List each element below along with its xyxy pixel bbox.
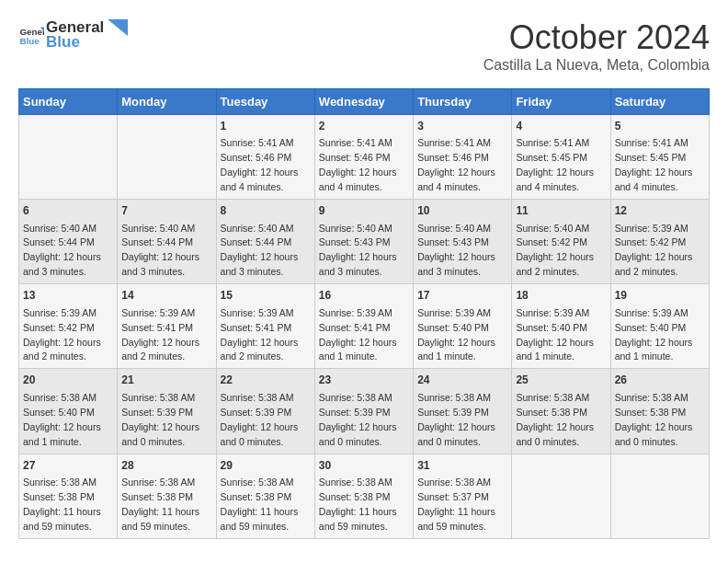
calendar-day-cell: 5Sunrise: 5:41 AM Sunset: 5:45 PM Daylig… [610,115,709,200]
day-number: 20 [23,373,113,388]
day-number: 4 [516,119,606,134]
weekday-header-cell: Thursday [414,89,512,115]
day-info: Sunrise: 5:38 AM Sunset: 5:38 PM Dayligh… [23,477,101,532]
day-number: 26 [615,373,705,388]
day-info: Sunrise: 5:39 AM Sunset: 5:40 PM Dayligh… [615,307,693,362]
calendar-day-cell [118,115,216,200]
day-info: Sunrise: 5:41 AM Sunset: 5:45 PM Dayligh… [516,137,594,192]
svg-text:Blue: Blue [19,36,40,46]
day-info: Sunrise: 5:38 AM Sunset: 5:38 PM Dayligh… [615,392,693,447]
logo-arrow-icon [108,19,128,36]
day-number: 27 [23,458,113,474]
calendar-week-row: 27Sunrise: 5:38 AM Sunset: 5:38 PM Dayli… [19,454,710,538]
day-info: Sunrise: 5:38 AM Sunset: 5:37 PM Dayligh… [417,477,495,532]
day-info: Sunrise: 5:40 AM Sunset: 5:44 PM Dayligh… [23,223,101,278]
day-number: 13 [23,288,113,304]
day-info: Sunrise: 5:38 AM Sunset: 5:39 PM Dayligh… [121,392,199,447]
day-info: Sunrise: 5:38 AM Sunset: 5:38 PM Dayligh… [319,477,397,532]
day-number: 9 [319,203,409,219]
day-number: 2 [319,119,409,134]
day-info: Sunrise: 5:40 AM Sunset: 5:43 PM Dayligh… [319,223,397,278]
calendar-day-cell: 13Sunrise: 5:39 AM Sunset: 5:42 PM Dayli… [19,284,118,369]
day-number: 31 [417,458,507,474]
calendar-week-row: 13Sunrise: 5:39 AM Sunset: 5:42 PM Dayli… [19,284,710,369]
calendar-day-cell: 19Sunrise: 5:39 AM Sunset: 5:40 PM Dayli… [610,284,709,369]
calendar-day-cell: 8Sunrise: 5:40 AM Sunset: 5:44 PM Daylig… [216,200,314,284]
logo: General Blue General Blue [18,18,128,52]
day-number: 14 [121,288,211,304]
calendar-week-row: 1Sunrise: 5:41 AM Sunset: 5:46 PM Daylig… [19,115,710,200]
day-info: Sunrise: 5:40 AM Sunset: 5:43 PM Dayligh… [417,223,495,278]
weekday-header-cell: Monday [118,89,216,115]
calendar-day-cell: 23Sunrise: 5:38 AM Sunset: 5:39 PM Dayli… [314,369,413,454]
day-number: 16 [319,288,409,304]
calendar-day-cell [610,454,709,538]
calendar-day-cell: 24Sunrise: 5:38 AM Sunset: 5:39 PM Dayli… [414,369,512,454]
day-info: Sunrise: 5:39 AM Sunset: 5:42 PM Dayligh… [615,223,693,278]
day-number: 30 [319,458,409,474]
location-title: Castilla La Nueva, Meta, Colombia [483,57,710,74]
day-number: 7 [121,203,211,219]
month-title: October 2024 [483,18,710,57]
day-number: 6 [23,203,113,219]
calendar-day-cell: 4Sunrise: 5:41 AM Sunset: 5:45 PM Daylig… [512,115,610,200]
calendar-day-cell: 26Sunrise: 5:38 AM Sunset: 5:38 PM Dayli… [610,369,709,454]
calendar-day-cell: 11Sunrise: 5:40 AM Sunset: 5:42 PM Dayli… [512,200,610,284]
weekday-header-cell: Tuesday [216,89,314,115]
page-header: General Blue General Blue October 2024 C… [18,18,710,74]
calendar-table: SundayMondayTuesdayWednesdayThursdayFrid… [18,88,710,539]
day-number: 3 [417,119,507,134]
day-info: Sunrise: 5:40 AM Sunset: 5:44 PM Dayligh… [121,223,199,278]
calendar-day-cell: 21Sunrise: 5:38 AM Sunset: 5:39 PM Dayli… [118,369,216,454]
day-info: Sunrise: 5:40 AM Sunset: 5:44 PM Dayligh… [221,223,299,278]
day-info: Sunrise: 5:38 AM Sunset: 5:39 PM Dayligh… [319,392,397,447]
calendar-day-cell: 14Sunrise: 5:39 AM Sunset: 5:41 PM Dayli… [118,284,216,369]
calendar-day-cell: 27Sunrise: 5:38 AM Sunset: 5:38 PM Dayli… [19,454,118,538]
day-number: 5 [615,119,705,134]
day-number: 10 [417,203,507,219]
day-info: Sunrise: 5:41 AM Sunset: 5:46 PM Dayligh… [221,137,299,192]
calendar-day-cell: 31Sunrise: 5:38 AM Sunset: 5:37 PM Dayli… [414,454,512,538]
day-number: 17 [417,288,507,304]
calendar-day-cell: 1Sunrise: 5:41 AM Sunset: 5:46 PM Daylig… [216,115,314,200]
day-info: Sunrise: 5:38 AM Sunset: 5:38 PM Dayligh… [221,477,299,532]
calendar-week-row: 6Sunrise: 5:40 AM Sunset: 5:44 PM Daylig… [19,200,710,284]
calendar-day-cell: 15Sunrise: 5:39 AM Sunset: 5:41 PM Dayli… [216,284,314,369]
day-number: 28 [121,458,211,474]
calendar-day-cell: 17Sunrise: 5:39 AM Sunset: 5:40 PM Dayli… [414,284,512,369]
weekday-header-cell: Saturday [610,89,709,115]
day-number: 18 [516,288,606,304]
calendar-day-cell: 20Sunrise: 5:38 AM Sunset: 5:40 PM Dayli… [19,369,118,454]
day-number: 29 [221,458,311,474]
day-number: 22 [221,373,311,388]
weekday-header-row: SundayMondayTuesdayWednesdayThursdayFrid… [19,89,710,115]
calendar-day-cell: 7Sunrise: 5:40 AM Sunset: 5:44 PM Daylig… [118,200,216,284]
calendar-day-cell: 9Sunrise: 5:40 AM Sunset: 5:43 PM Daylig… [314,200,413,284]
calendar-day-cell: 30Sunrise: 5:38 AM Sunset: 5:38 PM Dayli… [314,454,413,538]
day-number: 19 [615,288,705,304]
day-info: Sunrise: 5:39 AM Sunset: 5:41 PM Dayligh… [221,307,299,362]
calendar-day-cell: 12Sunrise: 5:39 AM Sunset: 5:42 PM Dayli… [610,200,709,284]
day-info: Sunrise: 5:38 AM Sunset: 5:38 PM Dayligh… [121,477,199,532]
day-info: Sunrise: 5:41 AM Sunset: 5:45 PM Dayligh… [615,137,693,192]
day-info: Sunrise: 5:39 AM Sunset: 5:41 PM Dayligh… [319,307,397,362]
day-info: Sunrise: 5:38 AM Sunset: 5:39 PM Dayligh… [417,392,495,447]
day-number: 15 [221,288,311,304]
calendar-day-cell: 16Sunrise: 5:39 AM Sunset: 5:41 PM Dayli… [314,284,413,369]
day-number: 8 [221,203,311,219]
day-info: Sunrise: 5:38 AM Sunset: 5:40 PM Dayligh… [23,392,101,447]
day-number: 23 [319,373,409,388]
day-number: 1 [221,119,311,134]
calendar-day-cell: 18Sunrise: 5:39 AM Sunset: 5:40 PM Dayli… [512,284,610,369]
calendar-day-cell: 10Sunrise: 5:40 AM Sunset: 5:43 PM Dayli… [414,200,512,284]
day-number: 21 [121,373,211,388]
svg-marker-3 [108,19,128,36]
calendar-day-cell [19,115,118,200]
logo-icon: General Blue [18,22,44,48]
day-info: Sunrise: 5:39 AM Sunset: 5:40 PM Dayligh… [417,307,495,362]
day-number: 12 [615,203,705,219]
calendar-day-cell: 25Sunrise: 5:38 AM Sunset: 5:38 PM Dayli… [512,369,610,454]
calendar-day-cell [512,454,610,538]
weekday-header-cell: Sunday [19,89,118,115]
weekday-header-cell: Wednesday [314,89,413,115]
